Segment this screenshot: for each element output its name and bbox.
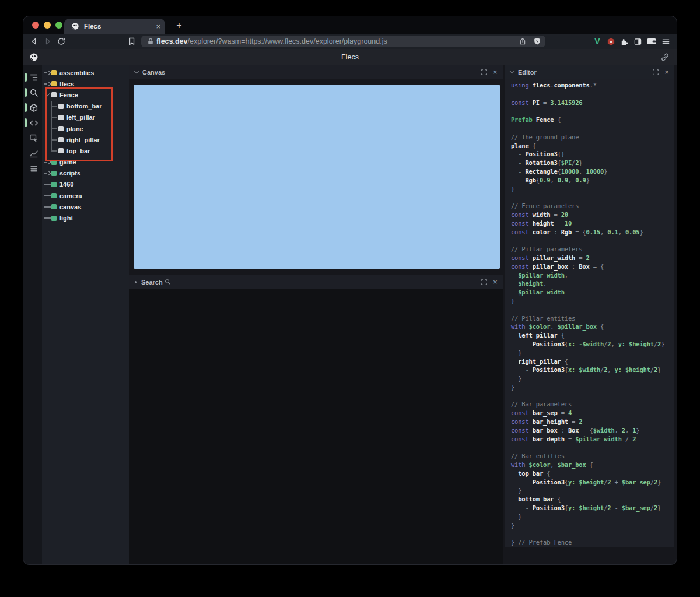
window-controls[interactable] (32, 22, 62, 29)
tree-item-top_bar[interactable]: top_bar (42, 145, 130, 156)
chevron-right-icon[interactable] (46, 70, 51, 75)
tree-connector (51, 106, 57, 107)
entity-color-square (51, 216, 57, 221)
browser-tab[interactable]: Flecs × (64, 19, 165, 34)
code-line: // Fence parameters (511, 202, 672, 210)
wallet-icon[interactable] (646, 36, 657, 47)
minimize-window-button[interactable] (44, 22, 51, 29)
chevron-down-icon[interactable] (510, 69, 514, 73)
code-icon[interactable] (23, 115, 42, 131)
flecs-logo-icon (71, 22, 79, 30)
share-icon[interactable] (519, 37, 527, 45)
tree-item-assemblies[interactable]: assemblies (42, 67, 130, 78)
tab-bar: Flecs × + (23, 16, 677, 34)
entity-color-square (51, 92, 57, 97)
zoom-window-button[interactable] (55, 22, 62, 29)
code-line: } (511, 349, 672, 357)
tree-item-left_pillar[interactable]: left_pillar (42, 112, 130, 123)
entity-color-square (58, 137, 64, 142)
code-line: } (511, 521, 672, 530)
tree-item-Fence[interactable]: Fence (42, 89, 130, 100)
chevron-right-icon[interactable] (46, 171, 51, 175)
search-panel-body[interactable] (130, 289, 503, 564)
code-line: - Rectangle{10000, 10000} (511, 167, 672, 176)
entity-color-square (58, 104, 64, 109)
tree-item-label: left_pillar (66, 114, 95, 121)
code-line: } (511, 374, 672, 383)
chevron-down-icon[interactable] (134, 69, 139, 73)
chevron-down-icon[interactable] (45, 92, 50, 96)
back-button[interactable] (29, 37, 38, 46)
sidebar-toggle-icon[interactable] (632, 36, 643, 47)
code-line: } (511, 297, 672, 305)
search-icon[interactable] (23, 85, 42, 100)
tree-item-bottom_bar[interactable]: bottom_bar (42, 101, 130, 112)
forward-button[interactable] (43, 37, 52, 46)
close-panel-icon[interactable]: × (493, 68, 498, 76)
app-header: Flecs (23, 49, 677, 65)
expand-panel-icon[interactable] (480, 278, 488, 286)
tree-item-canvas[interactable]: canvas (42, 201, 130, 212)
browser-window: Flecs × + flecs.dev/explorer/?wasm=https… (23, 16, 677, 564)
code-line: const bar_height = 2 (511, 417, 672, 426)
brave-shield-icon[interactable] (533, 37, 541, 45)
editor-panel-title: Editor (518, 69, 537, 76)
tree-item-right_pillar[interactable]: right_pillar (42, 134, 130, 145)
code-line: with $color, $bar_box { (511, 461, 672, 469)
entity-color-square (51, 204, 57, 209)
inspector-icon[interactable] (23, 131, 42, 146)
code-line: const bar_depth = $pillar_width / 2 (511, 435, 672, 444)
entity-tree-icon[interactable] (23, 70, 42, 85)
reload-button[interactable] (57, 37, 66, 46)
code-line: - Position3{} (511, 150, 672, 159)
tree-item-label: flecs (60, 80, 74, 87)
close-window-button[interactable] (32, 22, 39, 29)
chevron-right-icon[interactable] (46, 81, 51, 86)
url-text: flecs.dev/explorer/?wasm=https://www.fle… (156, 36, 387, 47)
close-panel-icon[interactable]: × (664, 68, 669, 76)
tree-item-scripts[interactable]: scripts (42, 168, 130, 179)
tab-close-icon[interactable]: × (156, 23, 160, 30)
tree-item-label: light (60, 215, 73, 222)
editor-panel: Editor × using flecs.components.* const … (505, 65, 674, 547)
archetype-list-icon[interactable] (23, 161, 42, 176)
entity-color-square (51, 160, 57, 165)
code-line (511, 305, 672, 314)
code-line: const height = 10 (511, 219, 672, 228)
share-link-icon[interactable] (660, 52, 670, 62)
code-line: // Pillar parameters (511, 245, 672, 254)
tree-item-game[interactable]: game (42, 157, 130, 168)
entity-color-square (58, 148, 64, 153)
code-line: with $color, $pillar_box { (511, 322, 672, 331)
code-line: } (511, 486, 672, 495)
tree-item-light[interactable]: light (42, 212, 130, 223)
code-line: const bar_box : Box = {$width, 2, 1} (511, 426, 672, 435)
url-bar[interactable]: flecs.dev/explorer/?wasm=https://www.fle… (141, 36, 545, 47)
code-line (511, 107, 672, 115)
code-editor[interactable]: using flecs.components.* const PI = 3.14… (505, 79, 674, 547)
tree-connector (44, 217, 51, 219)
expand-panel-icon[interactable] (480, 68, 488, 76)
extensions-puzzle-icon[interactable] (619, 36, 629, 47)
tree-item-plane[interactable]: plane (42, 123, 130, 134)
bookmark-icon[interactable] (127, 37, 136, 46)
close-panel-icon[interactable]: × (493, 278, 498, 286)
3d-canvas-viewport[interactable] (134, 85, 500, 269)
vue-devtools-icon[interactable]: V (592, 36, 603, 47)
url-path: /explorer/?wasm=https://www.flecs.dev/ex… (188, 37, 387, 45)
chevron-right-icon[interactable] (46, 160, 51, 164)
new-tab-button[interactable]: + (172, 19, 186, 33)
tree-item-flecs[interactable]: flecs (42, 78, 130, 89)
entity-color-square (58, 126, 64, 131)
code-line: const width = 20 (511, 210, 672, 219)
tree-item-camera[interactable]: camera (42, 190, 130, 201)
tree-item-label: bottom_bar (66, 103, 102, 110)
menu-icon[interactable] (660, 36, 671, 47)
extension-icons: V (592, 34, 671, 49)
scene-cube-icon[interactable] (23, 100, 42, 115)
entity-tree-panel: assembliesflecsFencebottom_barleft_pilla… (42, 65, 130, 564)
expand-panel-icon[interactable] (652, 68, 660, 76)
stats-chart-icon[interactable] (23, 146, 42, 161)
tree-item-1460[interactable]: 1460 (42, 179, 130, 190)
red-hexagon-extension-icon[interactable] (606, 36, 616, 47)
